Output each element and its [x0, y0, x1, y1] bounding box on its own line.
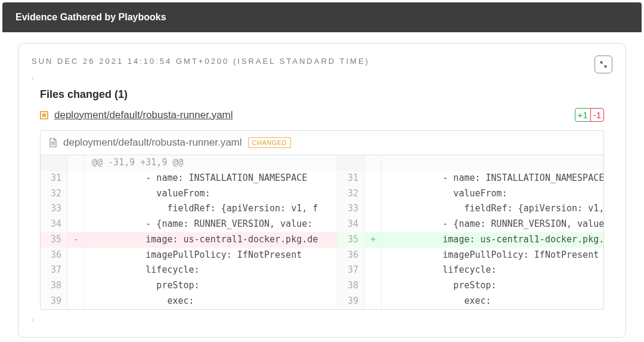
line-number: 35	[338, 232, 364, 248]
diff-file-name: deployment/default/robusta-runner.yaml	[63, 137, 242, 149]
code-line: exec:	[85, 294, 337, 309]
code-line: image: us-central1-docker.pkg.de	[85, 232, 337, 248]
file-icon	[49, 138, 57, 147]
line-number: 31	[41, 171, 67, 186]
diff-file-header: deployment/default/robusta-runner.yaml C…	[41, 131, 603, 155]
line-number: 31	[338, 171, 364, 186]
hunk-header: @@ -31,9 +31,9 @@	[85, 155, 337, 171]
section-header: Evidence Gathered by Playbooks	[2, 2, 642, 32]
section-title: Evidence Gathered by Playbooks	[16, 12, 166, 22]
modified-indicator-icon	[40, 111, 48, 119]
line-number: 37	[41, 263, 67, 278]
code-line: - {name: RUNNER_VERSION, value:	[382, 217, 604, 232]
hunk-header	[382, 155, 604, 171]
chevron-left-icon: ‹	[32, 74, 612, 82]
line-number: 32	[41, 186, 67, 202]
deletions-count: -1	[590, 108, 604, 122]
code-line: exec:	[382, 294, 604, 309]
code-line: valueFrom:	[382, 186, 604, 202]
code-line: preStop:	[382, 278, 604, 294]
line-number: 36	[338, 248, 364, 263]
file-path-link[interactable]: deployment/default/robusta-runner.yaml	[54, 109, 233, 121]
code-line: fieldRef: {apiVersion: v1, f	[85, 201, 337, 217]
line-number: 37	[338, 263, 364, 278]
code-line: lifecycle:	[382, 263, 604, 278]
code-line: image: us-central1-docker.pkg.de	[382, 232, 604, 248]
diff-container: deployment/default/robusta-runner.yaml C…	[40, 130, 604, 310]
code-line: imagePullPolicy: IfNotPresent	[85, 248, 337, 263]
expand-icon	[599, 60, 608, 69]
timestamp: SUN DEC 26 2021 14:10:54 GMT+0200 (ISRAE…	[32, 57, 612, 66]
additions-count: +1	[575, 108, 591, 122]
evidence-panel: SUN DEC 26 2021 14:10:54 GMT+0200 (ISRAE…	[18, 43, 626, 338]
diff-stats: +1 -1	[575, 108, 604, 122]
code-line: - name: INSTALLATION_NAMESPACE	[382, 171, 604, 186]
code-line: fieldRef: {apiVersion: v1, f	[382, 201, 604, 217]
line-number: 32	[338, 186, 364, 202]
line-number: 39	[338, 294, 364, 309]
line-number: 38	[338, 278, 364, 294]
code-line: - name: INSTALLATION_NAMESPACE	[85, 171, 337, 186]
code-line: - {name: RUNNER_VERSION, value:	[85, 217, 337, 232]
diff-pane-old: 313233343536373839 - @@ -31,9 +31,9 @@ -…	[41, 155, 338, 309]
code-line: preStop:	[85, 278, 337, 294]
code-line: valueFrom:	[85, 186, 337, 202]
code-line: imagePullPolicy: IfNotPresent	[382, 248, 604, 263]
expand-button[interactable]	[595, 56, 612, 73]
chevron-left-icon: ‹	[32, 316, 612, 324]
line-number: 35	[41, 232, 67, 248]
line-number: 33	[338, 201, 364, 217]
line-number: 39	[41, 294, 67, 309]
code-line: lifecycle:	[85, 263, 337, 278]
file-summary-row: deployment/default/robusta-runner.yaml +…	[40, 108, 604, 122]
line-number: 36	[41, 248, 67, 263]
files-changed-heading: Files changed (1)	[40, 88, 604, 101]
diff-pane-new: 313233343536373839 + - name: INSTALLATIO…	[338, 155, 604, 309]
line-number: 38	[41, 278, 67, 294]
line-number: 34	[338, 217, 364, 232]
line-number: 34	[41, 217, 67, 232]
line-number: 33	[41, 201, 67, 217]
diff-body: 313233343536373839 - @@ -31,9 +31,9 @@ -…	[41, 155, 603, 309]
changed-badge: CHANGED	[248, 137, 292, 148]
